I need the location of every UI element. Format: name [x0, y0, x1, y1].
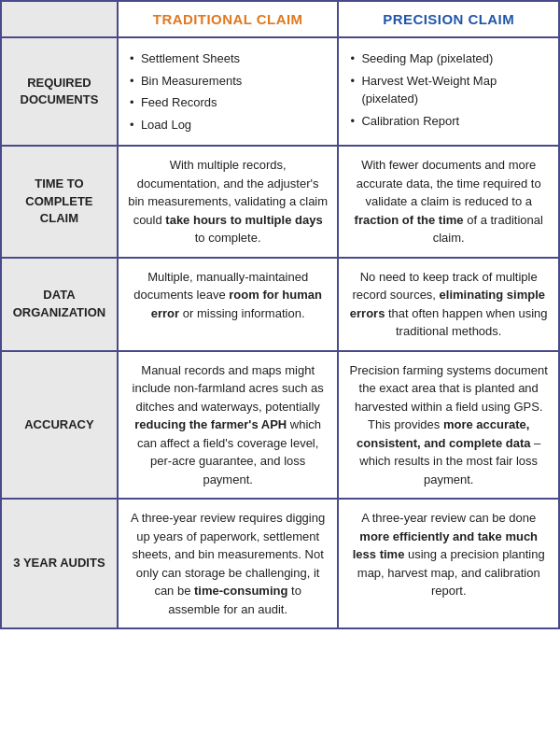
- table-row: DATA ORGANIZATIONMultiple, manually-main…: [1, 258, 559, 351]
- header-empty: [1, 1, 118, 37]
- traditional-cell: Manual records and maps might include no…: [118, 351, 339, 500]
- traditional-cell: Multiple, manually-maintained documents …: [118, 258, 339, 351]
- row-label: 3 YEAR AUDITS: [1, 499, 118, 628]
- table-row: 3 YEAR AUDITSA three-year review require…: [1, 499, 559, 628]
- precision-cell: With fewer documents and more accurate d…: [338, 146, 559, 258]
- precision-cell: No need to keep track of multiple record…: [338, 258, 559, 351]
- precision-cell: Seeding Map (pixelated)Harvest Wet-Weigh…: [338, 37, 559, 146]
- traditional-cell: With multiple records, documentation, an…: [118, 146, 339, 258]
- table-row: TIME TO COMPLETE CLAIMWith multiple reco…: [1, 146, 559, 258]
- precision-cell: Precision farming systems document the e…: [338, 351, 559, 500]
- list-item: Bin Measurements: [128, 70, 329, 92]
- traditional-cell: A three-year review requires digging up …: [118, 499, 339, 628]
- header-traditional: TRADITIONAL CLAIM: [118, 1, 339, 37]
- list-item: Seeding Map (pixelated): [348, 48, 549, 70]
- row-label: TIME TO COMPLETE CLAIM: [1, 146, 118, 258]
- list-item: Load Log: [128, 114, 329, 136]
- precision-cell: A three-year review can be done more eff…: [338, 499, 559, 628]
- list-item: Calibration Report: [348, 110, 549, 133]
- list-item: Feed Records: [128, 92, 329, 114]
- list-item: Harvest Wet-Weight Map (pixelated): [348, 70, 549, 110]
- comparison-table: TRADITIONAL CLAIM PRECISION CLAIM REQUIR…: [0, 0, 560, 629]
- header-precision: PRECISION CLAIM: [338, 1, 559, 37]
- traditional-cell: Settlement SheetsBin MeasurementsFeed Re…: [118, 37, 339, 146]
- list-item: Settlement Sheets: [128, 48, 329, 70]
- table-row: ACCURACYManual records and maps might in…: [1, 351, 559, 500]
- row-label: ACCURACY: [1, 351, 118, 500]
- row-label: REQUIRED DOCUMENTS: [1, 37, 118, 146]
- table-row: REQUIRED DOCUMENTSSettlement SheetsBin M…: [1, 37, 559, 146]
- row-label: DATA ORGANIZATION: [1, 258, 118, 351]
